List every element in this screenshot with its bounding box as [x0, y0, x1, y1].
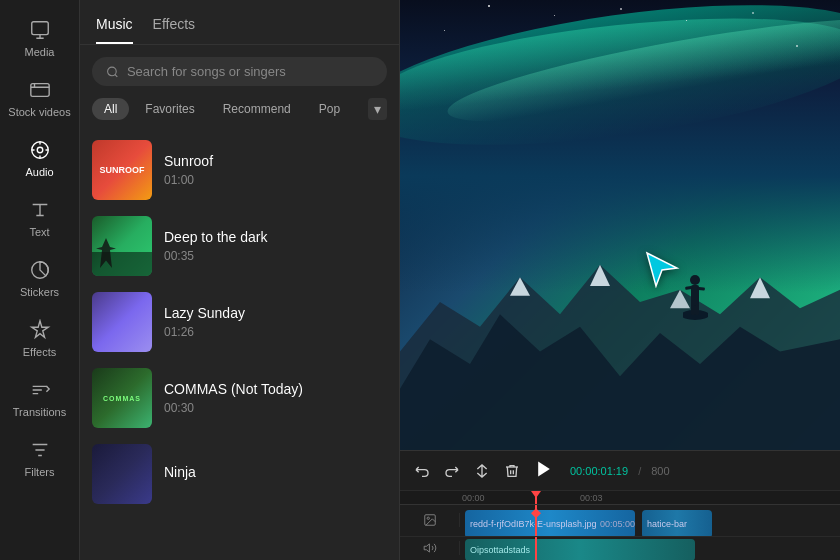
video-track-content[interactable]: redd-f-rjfOdIB7k-E-unsplash.jpg 00:05:00… — [460, 505, 840, 535]
audio-track-row: Oipsottadstads — [400, 537, 840, 560]
playhead-marker-top — [531, 491, 541, 498]
preview-background — [400, 0, 840, 450]
svg-point-5 — [108, 67, 117, 76]
list-item[interactable]: COMMAS COMMAS (Not Today) 00:30 — [80, 360, 399, 436]
split-button[interactable] — [472, 461, 492, 481]
video-track-label — [400, 513, 460, 527]
song-info-deep: Deep to the dark 00:35 — [164, 229, 387, 263]
sidebar-item-filters[interactable]: Filters — [0, 428, 79, 488]
panel-tabs: Music Effects — [80, 0, 399, 45]
sidebar-item-transitions[interactable]: Transitions — [0, 368, 79, 428]
image-track-icon — [423, 513, 437, 527]
sidebar-item-media[interactable]: Media — [0, 8, 79, 68]
audio-track-content[interactable]: Oipsottadstads — [460, 537, 840, 560]
list-item[interactable]: Ninja — [80, 436, 399, 512]
song-thumbnail-lazy — [92, 292, 152, 352]
svg-rect-18 — [698, 287, 705, 291]
svg-marker-19 — [647, 253, 677, 286]
ruler-mark-1: 00:03 — [580, 493, 603, 503]
video-clip-2-label: hatice-bar — [642, 519, 692, 529]
svg-point-3 — [37, 147, 43, 153]
audio-icon — [28, 138, 52, 162]
filters-icon — [28, 438, 52, 462]
search-input[interactable] — [127, 64, 373, 79]
filter-recommend[interactable]: Recommend — [211, 98, 303, 120]
svg-point-14 — [690, 275, 700, 285]
filter-tabs: All Favorites Recommend Pop ▾ — [80, 94, 399, 128]
audio-track-label — [400, 541, 460, 555]
song-duration: 00:35 — [164, 249, 387, 263]
tab-music[interactable]: Music — [96, 16, 133, 44]
playhead-ruler — [535, 491, 537, 504]
stock-videos-icon — [28, 78, 52, 102]
time-separator: / — [638, 465, 641, 477]
song-thumbnail-deep — [92, 216, 152, 276]
song-duration: 00:30 — [164, 401, 387, 415]
list-item[interactable]: Deep to the dark 00:35 — [80, 208, 399, 284]
song-info-ninja: Ninja — [164, 464, 387, 484]
ruler-mark-0: 00:00 — [462, 493, 485, 503]
text-icon — [28, 198, 52, 222]
sidebar-item-effects[interactable]: Effects — [0, 308, 79, 368]
song-duration: 01:00 — [164, 173, 387, 187]
svg-point-22 — [427, 518, 429, 520]
sidebar-item-audio[interactable]: Audio — [0, 128, 79, 188]
list-item[interactable]: SUNROOF Sunroof 01:00 — [80, 132, 399, 208]
audio-clip-label: Oipsottadstads — [465, 545, 535, 555]
filter-more-button[interactable]: ▾ — [368, 98, 387, 120]
filter-favorites[interactable]: Favorites — [133, 98, 206, 120]
song-title: Sunroof — [164, 153, 387, 169]
song-thumbnail-commas: COMMAS — [92, 368, 152, 428]
sidebar: Media Stock videos Audio Text — [0, 0, 80, 560]
sidebar-item-audio-label: Audio — [25, 166, 53, 178]
tab-effects[interactable]: Effects — [153, 16, 196, 44]
video-track-row: redd-f-rjfOdIB7k-E-unsplash.jpg 00:05:00… — [400, 505, 840, 536]
search-icon — [106, 65, 119, 79]
music-panel: Music Effects All Favorites Recommend Po… — [80, 0, 400, 560]
sidebar-item-stock-label: Stock videos — [8, 106, 70, 118]
preview-panel — [400, 0, 840, 450]
song-title: Ninja — [164, 464, 387, 480]
list-item[interactable]: Lazy Sunday 01:26 — [80, 284, 399, 360]
time-total: 800 — [651, 465, 669, 477]
filter-all[interactable]: All — [92, 98, 129, 120]
undo-button[interactable] — [412, 461, 432, 481]
sidebar-item-stock-videos[interactable]: Stock videos — [0, 68, 79, 128]
video-clip-1-duration: 00:05:00 — [596, 519, 635, 529]
song-info-lazy: Lazy Sunday 01:26 — [164, 305, 387, 339]
song-info-commas: COMMAS (Not Today) 00:30 — [164, 381, 387, 415]
video-clip-1[interactable]: redd-f-rjfOdIB7k-E-unsplash.jpg 00:05:00 — [465, 510, 635, 535]
song-list: SUNROOF Sunroof 01:00 Deep to the dark 0… — [80, 128, 399, 560]
sidebar-item-stickers[interactable]: Stickers — [0, 248, 79, 308]
sidebar-item-stickers-label: Stickers — [20, 286, 59, 298]
video-clip-2[interactable]: hatice-bar — [642, 510, 712, 535]
video-clip-1-label: redd-f-rjfOdIB7k-E-unsplash.jpg — [465, 519, 596, 529]
tracks-area: 00:00 00:03 — [400, 491, 840, 560]
svg-rect-0 — [31, 22, 48, 35]
sidebar-item-text[interactable]: Text — [0, 188, 79, 248]
main-area: 00:00:01:19 / 800 00:00 00:03 — [400, 0, 840, 560]
svg-rect-16 — [695, 305, 699, 315]
delete-button[interactable] — [502, 461, 522, 481]
play-button[interactable] — [532, 457, 556, 484]
sidebar-item-transitions-label: Transitions — [13, 406, 66, 418]
search-bar[interactable] — [92, 57, 387, 86]
sidebar-item-effects-label: Effects — [23, 346, 56, 358]
playhead-video — [535, 505, 537, 535]
audio-clip-1[interactable]: Oipsottadstads — [465, 539, 695, 560]
song-info-sunroof: Sunroof 01:00 — [164, 153, 387, 187]
playhead-audio — [535, 537, 537, 560]
stickers-icon — [28, 258, 52, 282]
sidebar-item-filters-label: Filters — [25, 466, 55, 478]
redo-button[interactable] — [442, 461, 462, 481]
timeline-controls: 00:00:01:19 / 800 — [400, 451, 840, 491]
svg-marker-20 — [538, 462, 550, 477]
svg-rect-1 — [30, 84, 48, 97]
sidebar-item-media-label: Media — [25, 46, 55, 58]
transitions-icon — [28, 378, 52, 402]
effects-icon — [28, 318, 52, 342]
time-display: 00:00:01:19 — [570, 465, 628, 477]
svg-rect-15 — [691, 305, 695, 315]
song-title: COMMAS (Not Today) — [164, 381, 387, 397]
filter-pop[interactable]: Pop — [307, 98, 352, 120]
